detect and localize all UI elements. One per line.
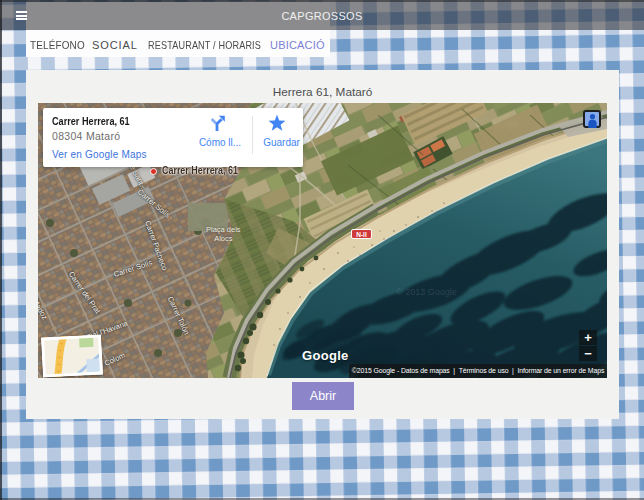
svg-text:© 2013 Google: © 2013 Google	[396, 287, 457, 297]
